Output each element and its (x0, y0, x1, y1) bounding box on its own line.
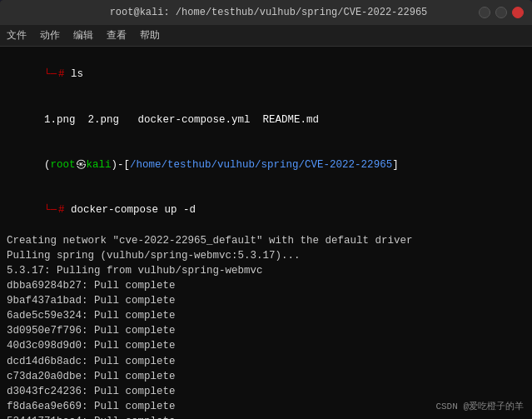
terminal-body[interactable]: └─# ls 1.png 2.png docker-compose.yml RE… (0, 47, 532, 419)
prompt-hash-2: # (58, 204, 65, 216)
arrow-icon: └─ (44, 68, 57, 80)
ls-output: 1.png 2.png docker-compose.yml README.md (44, 114, 319, 126)
arrow-icon-2: └─ (44, 204, 57, 216)
output-hash-8: d3043fc24236: Pull complete (7, 384, 525, 399)
bracket-close: ] (392, 159, 399, 171)
output-hash-7: c73da20a0dbe: Pull complete (7, 369, 525, 384)
terminal-prompt-line-1: (root㉿kali)-[/home/testhub/vulhub/spring… (7, 142, 525, 187)
terminal-line-1: └─# ls (7, 52, 525, 97)
output-hash-5: 40d3c098d9d0: Pull complete (7, 338, 525, 353)
watermark: CSDN @爱吃橙子的羊 (435, 400, 524, 412)
output-hash-6: dcd14d6b8adc: Pull complete (7, 354, 525, 369)
terminal-output-ls: 1.png 2.png docker-compose.yml README.md (7, 97, 525, 142)
output-hash-2: 9baf437a1bad: Pull complete (7, 293, 525, 308)
menu-help[interactable]: 帮助 (140, 28, 160, 42)
cmd-ls: ls (65, 68, 84, 80)
paren-open: ( (44, 159, 51, 171)
minimize-button[interactable] (479, 7, 490, 18)
cmd-docker: docker-compose up -d (65, 204, 196, 216)
output-hash-1: dbba69284b27: Pull complete (7, 278, 525, 293)
output-hash-4: 3d0950e7f796: Pull complete (7, 323, 525, 338)
path-display: /home/testhub/vulhub/spring/CVE-2022-229… (130, 159, 392, 171)
menu-view[interactable]: 查看 (107, 28, 127, 42)
terminal-line-docker: └─# docker-compose up -d (7, 187, 525, 232)
title-bar: root@kali: /home/testhub/vulhub/spring/C… (0, 0, 532, 25)
menu-edit[interactable]: 编辑 (73, 28, 93, 42)
output-hash-10: 52441771bac4: Pull complete (7, 414, 525, 419)
prompt-hash: # (58, 68, 65, 80)
menu-action[interactable]: 动作 (40, 28, 60, 42)
terminal-window: root@kali: /home/testhub/vulhub/spring/C… (0, 0, 532, 419)
output-network: Creating network "cve-2022-22965_default… (7, 233, 525, 248)
user-root: root (51, 159, 76, 171)
menu-file[interactable]: 文件 (7, 28, 27, 42)
title-bar-title: root@kali: /home/testhub/vulhub/spring/C… (58, 7, 479, 18)
maximize-button[interactable] (495, 7, 507, 18)
at-symbol: ㉿ (76, 159, 87, 171)
menu-bar: 文件 动作 编辑 查看 帮助 (0, 25, 532, 47)
output-pulling: Pulling spring (vulhub/spring-webmvc:5.3… (7, 248, 525, 263)
title-bar-controls (479, 7, 524, 18)
close-button[interactable] (512, 7, 524, 18)
output-hash-3: 6ade5c59e324: Pull complete (7, 308, 525, 323)
output-from: 5.3.17: Pulling from vulhub/spring-webmv… (7, 263, 525, 278)
host-kali: kali (87, 159, 112, 171)
paren-close: )-[ (112, 159, 131, 171)
